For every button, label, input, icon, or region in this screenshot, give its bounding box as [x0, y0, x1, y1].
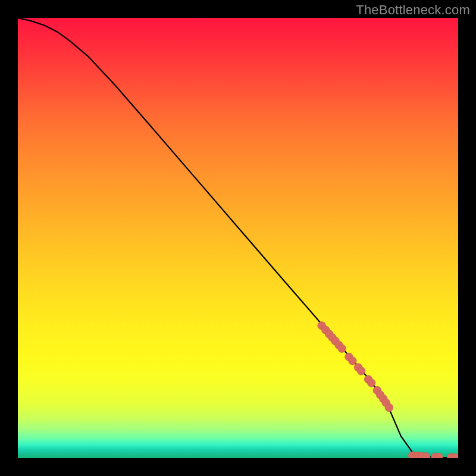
data-point	[357, 367, 365, 375]
bottleneck-curve	[18, 18, 458, 458]
plot-area	[18, 18, 458, 458]
curve-layer	[18, 18, 458, 458]
chart-frame: TheBottleneck.com	[0, 0, 476, 476]
data-point	[367, 379, 375, 387]
data-point	[349, 357, 357, 365]
data-point	[385, 403, 393, 412]
data-markers	[318, 321, 458, 458]
watermark-text: TheBottleneck.com	[356, 2, 470, 18]
data-point	[338, 345, 346, 353]
